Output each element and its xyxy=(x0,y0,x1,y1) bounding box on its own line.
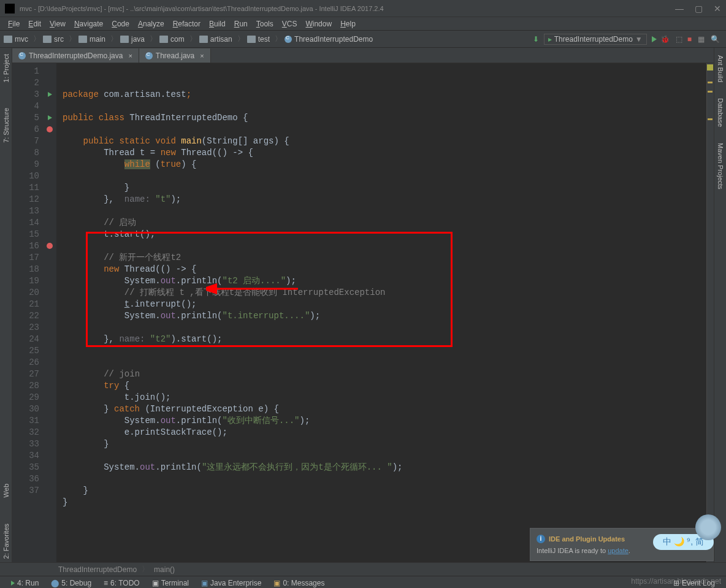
menubar: FileEditViewNavigateCodeAnalyzeRefactorB… xyxy=(0,17,726,31)
menu-edit[interactable]: Edit xyxy=(24,20,45,28)
menu-view[interactable]: View xyxy=(45,20,70,28)
tab-java-enterprise[interactable]: ▣Java Enterprise xyxy=(195,579,267,587)
intellij-icon xyxy=(5,4,15,13)
editor-tab[interactable]: ThreadInterruptedDemo.java× xyxy=(12,48,139,63)
notif-update-link[interactable]: update xyxy=(608,547,629,554)
event-log-button[interactable]: ⊞Event Log xyxy=(667,579,721,587)
notif-body: IntelliJ IDEA is ready to xyxy=(537,547,608,554)
notif-title: IDE and Plugin Updates xyxy=(549,535,625,543)
tab-terminal[interactable]: ▣Terminal xyxy=(146,579,195,587)
sidetab-ant[interactable]: Ant Build xyxy=(716,53,725,85)
menu-analyze[interactable]: Analyze xyxy=(134,20,169,28)
tab-messages[interactable]: ▣0: Messages xyxy=(267,579,331,587)
breadcrumb-main[interactable]: main xyxy=(78,35,105,44)
run-gutter-icon[interactable] xyxy=(48,92,52,97)
info-icon: i xyxy=(537,535,545,543)
run-gutter-icon[interactable] xyxy=(48,115,52,120)
left-tool-gutter: 1: Project 7: Structure Web 2: Favorites xyxy=(0,48,12,562)
sidetab-favorites[interactable]: 2: Favorites xyxy=(1,520,11,562)
run-config-label: ThreadInterruptedDemo xyxy=(554,35,633,44)
window-title: mvc - [D:\IdeaProjects\mvc] - [mvc] - ..… xyxy=(20,5,675,12)
breadcrumb-file[interactable]: ThreadInterruptedDemo xyxy=(285,35,373,44)
breadcrumb-test[interactable]: test xyxy=(247,35,270,44)
sidetab-maven[interactable]: Maven Projects xyxy=(716,140,725,192)
menu-code[interactable]: Code xyxy=(107,20,134,28)
minimize-button[interactable]: — xyxy=(675,4,684,13)
tab-todo[interactable]: ≡6: TODO xyxy=(97,579,146,587)
menu-window[interactable]: Window xyxy=(301,20,336,28)
breadcrumb-java[interactable]: java xyxy=(120,35,145,44)
maximize-button[interactable]: ▢ xyxy=(695,4,703,13)
titlebar: mvc - [D:\IdeaProjects\mvc] - [mvc] - ..… xyxy=(0,0,726,17)
warning-marker[interactable] xyxy=(708,91,713,93)
bottom-toolbar: 4: Run ⬤5: Debug ≡6: TODO ▣Terminal ▣Jav… xyxy=(0,576,726,588)
run-config-selector[interactable]: ▸ ThreadInterruptedDemo ▼ xyxy=(544,34,647,45)
menu-vcs[interactable]: VCS xyxy=(278,20,302,28)
avatar-image xyxy=(695,514,721,540)
tab-run[interactable]: 4: Run xyxy=(5,579,45,587)
breadcrumb-artisan[interactable]: artisan xyxy=(199,35,232,44)
breakpoint-icon[interactable] xyxy=(47,126,53,132)
menu-help[interactable]: Help xyxy=(336,20,360,28)
analysis-indicator[interactable] xyxy=(707,64,713,71)
debug-icon[interactable]: 🐞 xyxy=(660,35,670,44)
sidetab-structure[interactable]: 7: Structure xyxy=(1,104,11,147)
editor-tab[interactable]: Thread.java× xyxy=(139,48,211,63)
menu-navigate[interactable]: Navigate xyxy=(70,20,107,28)
crumb-method[interactable]: main() xyxy=(154,565,175,574)
toolbar: mvc〉src〉main〉java〉com〉artisan〉test〉 Thre… xyxy=(0,31,726,48)
breadcrumb-src[interactable]: src xyxy=(43,35,64,44)
breadcrumb-mvc[interactable]: mvc xyxy=(4,35,28,44)
breadcrumb-com[interactable]: com xyxy=(159,35,185,44)
layout-icon[interactable]: ▦ xyxy=(698,35,705,44)
search-icon[interactable]: 🔍 xyxy=(711,35,720,44)
right-tool-gutter: Ant Build Database Maven Projects xyxy=(714,48,726,562)
crumb-class[interactable]: ThreadInterruptedDemo xyxy=(58,565,137,574)
sidetab-database[interactable]: Database xyxy=(716,96,725,129)
gutter-markers[interactable] xyxy=(43,63,56,562)
close-tab-icon[interactable]: × xyxy=(200,52,204,59)
sidetab-project[interactable]: 1: Project xyxy=(1,50,11,86)
editor-tabbar: ThreadInterruptedDemo.java×Thread.java× xyxy=(12,48,714,63)
tab-debug[interactable]: ⬤5: Debug xyxy=(45,579,97,587)
menu-build[interactable]: Build xyxy=(205,20,230,28)
build-icon[interactable]: ⬇ xyxy=(533,35,539,44)
code-editor[interactable]: 1234567891011121314151617181920212223242… xyxy=(12,63,714,562)
breadcrumb-file-label: ThreadInterruptedDemo xyxy=(294,35,373,44)
code-text[interactable]: package com.artisan.test; public class T… xyxy=(56,63,706,562)
warning-marker[interactable] xyxy=(708,82,713,83)
error-stripe[interactable] xyxy=(706,63,714,562)
line-gutter: 1234567891011121314151617181920212223242… xyxy=(12,63,43,562)
stop-icon[interactable]: ■ xyxy=(687,35,692,44)
menu-refactor[interactable]: Refactor xyxy=(169,20,205,28)
warning-marker[interactable] xyxy=(708,118,713,120)
coverage-icon[interactable]: ⬚ xyxy=(676,35,682,44)
menu-tools[interactable]: Tools xyxy=(252,20,278,28)
menu-file[interactable]: File xyxy=(4,20,24,28)
sidetab-web[interactable]: Web xyxy=(1,480,11,501)
close-tab-icon[interactable]: × xyxy=(128,52,132,59)
class-icon xyxy=(285,36,292,43)
close-button[interactable]: ✕ xyxy=(714,4,721,13)
breakpoint-icon[interactable] xyxy=(47,243,53,249)
run-button[interactable] xyxy=(652,36,657,42)
bottom-breadcrumb: ThreadInterruptedDemo 〉 main() xyxy=(0,562,726,576)
menu-run[interactable]: Run xyxy=(230,20,252,28)
